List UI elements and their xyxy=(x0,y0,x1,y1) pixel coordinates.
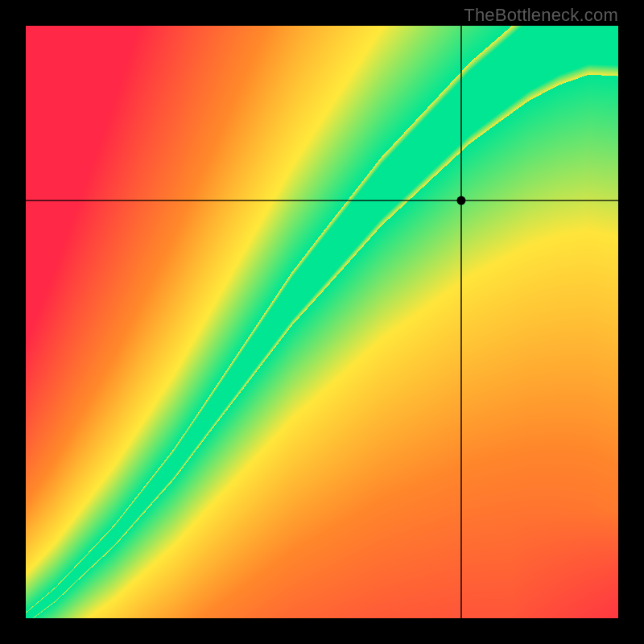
watermark-text: TheBottleneck.com xyxy=(464,5,618,26)
bottleneck-heatmap xyxy=(26,26,618,618)
chart-frame: TheBottleneck.com xyxy=(0,0,644,644)
